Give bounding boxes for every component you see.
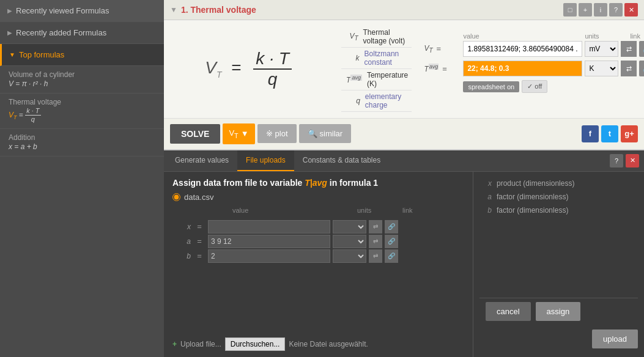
table-row-b: b = ⇄ 🔗	[172, 249, 464, 263]
spreadsheet-on-button[interactable]: spreadsheet on	[463, 81, 519, 92]
help-button[interactable]: ?	[609, 3, 623, 17]
collapse-arrow[interactable]: ▼	[170, 6, 177, 14]
close-tab-button[interactable]: ✕	[626, 154, 639, 167]
bottom-actions-row: cancel assign	[479, 298, 638, 325]
assign-button[interactable]: assign	[536, 302, 581, 321]
formula-body: VT = k · T q VT Thermal voltage (volt)	[164, 20, 644, 118]
col-link-header: link	[402, 207, 413, 214]
chevron-down-icon: ▼	[241, 129, 249, 138]
formula-math-thermal: VT = k · T q	[9, 107, 155, 123]
formula-link-thermal[interactable]: Thermal voltage	[9, 98, 61, 106]
file-choose-button[interactable]: Durchsuchen...	[225, 337, 286, 351]
formula-link-addition[interactable]: Addition	[9, 133, 35, 142]
input-row-tavg: Tavg = K °C ⇄ 🔗	[424, 61, 644, 76]
formula-entry-thermal: Thermal voltage VT = k · T q	[0, 94, 164, 129]
data-arrow-b[interactable]: ⇄	[369, 249, 382, 263]
data-input-b[interactable]	[208, 249, 330, 263]
googleplus-button[interactable]: g+	[621, 125, 638, 142]
formula-right: VT Thermal voltage (volt) k Boltzmann co…	[341, 26, 412, 112]
assign-title: Assign data from file to variable T|avg …	[172, 178, 464, 188]
panel-icon-group: □ + i ? ✕	[563, 3, 638, 17]
right-var-desc-b: factor (dimensionless)	[497, 206, 568, 215]
no-file-label: Keine Datei ausgewählt.	[289, 340, 368, 348]
right-var-row-a: a factor (dimensionless)	[479, 191, 638, 202]
chevron-right-icon: ▶	[7, 29, 12, 36]
plot-icon: ※	[266, 129, 273, 138]
col-value-header: value	[232, 207, 355, 214]
chevron-down-icon: ▼	[9, 51, 15, 58]
cancel-button[interactable]: cancel	[486, 302, 531, 321]
formula-inputs: value units link VT = mV V ⇄ 🔗	[424, 26, 644, 112]
upload-label: Upload file...	[180, 340, 221, 348]
right-var-desc-x: product (dimensionless)	[497, 179, 574, 188]
formula-panel-title: 1. Thermal voltage	[181, 5, 256, 15]
units-select-vt[interactable]: mV V	[585, 41, 618, 57]
similar-button[interactable]: 🔍 similar	[299, 124, 352, 143]
minimize-button[interactable]: □	[563, 3, 577, 17]
var-desc-vt: Thermal voltage (volt)	[363, 28, 412, 45]
add-button[interactable]: +	[579, 3, 592, 17]
data-input-a[interactable]	[208, 235, 330, 248]
close-button[interactable]: ✕	[624, 3, 638, 17]
file-name-label: data.csv	[184, 193, 213, 202]
social-icons: f t g+	[582, 125, 638, 142]
upload-button[interactable]: upload	[592, 329, 638, 348]
formula-actions: SOLVE VT ▼ ※ plot 🔍 similar f t g+	[164, 118, 644, 149]
value-input-tavg[interactable]	[463, 61, 582, 76]
upload-row: + Upload file... Durchsuchen... Keine Da…	[172, 337, 464, 351]
data-link-a[interactable]: 🔗	[385, 235, 398, 248]
chevron-right-icon: ▶	[7, 7, 12, 14]
formula-entry-volume: Volume of a cylinder V = π · r² · h	[0, 66, 164, 94]
link-button-vt[interactable]: 🔗	[639, 41, 644, 57]
data-arrow-a[interactable]: ⇄	[369, 235, 382, 248]
var-desc-t: Temperature (K)	[367, 71, 412, 88]
data-input-x[interactable]	[208, 220, 330, 234]
bottom-panel: Generate values File uploads Constants &…	[164, 150, 644, 357]
sidebar-item-recently-viewed[interactable]: ▶ Recently viewed Formulas	[0, 0, 164, 22]
tabs-bar: Generate values File uploads Constants &…	[164, 150, 644, 172]
data-link-x[interactable]: 🔗	[385, 220, 398, 234]
main-content: ▼ 1. Thermal voltage □ + i ? ✕ VT =	[164, 0, 644, 357]
var-desc-q: elementary charge	[365, 92, 412, 109]
arrow-button-tavg[interactable]: ⇄	[621, 61, 637, 76]
upload-plus-icon: +	[172, 340, 177, 348]
var-select-label: VT	[229, 128, 238, 139]
table-row-x: x = ⇄ 🔗	[172, 220, 464, 234]
info-button[interactable]: i	[594, 3, 607, 17]
data-link-b[interactable]: 🔗	[385, 249, 398, 263]
spreadsheet-off-button[interactable]: ✓ off	[522, 80, 547, 93]
data-units-b[interactable]	[333, 249, 366, 263]
tab-file-uploads[interactable]: File uploads	[237, 150, 294, 171]
right-var-row-x: x product (dimensionless)	[479, 178, 638, 189]
input-headers: value units link	[424, 32, 644, 40]
formula-link-volume[interactable]: Volume of a cylinder	[9, 70, 75, 79]
sidebar-item-recently-added[interactable]: ▶ Recently added Formulas	[0, 22, 164, 44]
solve-button[interactable]: SOLVE	[170, 124, 220, 144]
formula-vars: VT Thermal voltage (volt) k Boltzmann co…	[341, 26, 412, 112]
formula-panel: ▼ 1. Thermal voltage □ + i ? ✕ VT =	[164, 0, 644, 150]
formula-panel-header: ▼ 1. Thermal voltage □ + i ? ✕	[164, 0, 644, 20]
link-button-tavg[interactable]: 🔗	[639, 61, 644, 76]
var-row-k: k Boltzmann constant	[341, 48, 412, 69]
facebook-button[interactable]: f	[582, 125, 599, 142]
arrow-button-vt[interactable]: ⇄	[621, 41, 637, 57]
right-var-desc-a: factor (dimensionless)	[497, 193, 568, 201]
data-arrow-x[interactable]: ⇄	[369, 220, 382, 234]
data-units-x[interactable]	[333, 220, 366, 234]
assign-var: T|avg	[305, 178, 329, 188]
data-units-a[interactable]	[333, 235, 366, 248]
file-radio[interactable]	[172, 193, 180, 201]
bottom-right: x product (dimensionless) a factor (dime…	[473, 172, 644, 357]
units-select-tavg[interactable]: K °C	[585, 61, 618, 76]
plot-button[interactable]: ※ plot	[257, 124, 297, 143]
var-select-button[interactable]: VT ▼	[223, 123, 254, 144]
value-input-vt[interactable]	[463, 41, 582, 57]
tab-constants-data[interactable]: Constants & data tables	[294, 150, 389, 171]
data-table: x = ⇄ 🔗 a = ⇄ 🔗	[172, 220, 464, 330]
twitter-button[interactable]: t	[601, 125, 618, 142]
sidebar-item-top-formulas[interactable]: ▼ Top formulas	[0, 44, 164, 66]
tab-generate-values[interactable]: Generate values	[166, 150, 237, 171]
col-units-header: units	[357, 207, 400, 214]
sidebar: ▶ Recently viewed Formulas ▶ Recently ad…	[0, 0, 164, 357]
help-tab-button[interactable]: ?	[610, 154, 623, 167]
